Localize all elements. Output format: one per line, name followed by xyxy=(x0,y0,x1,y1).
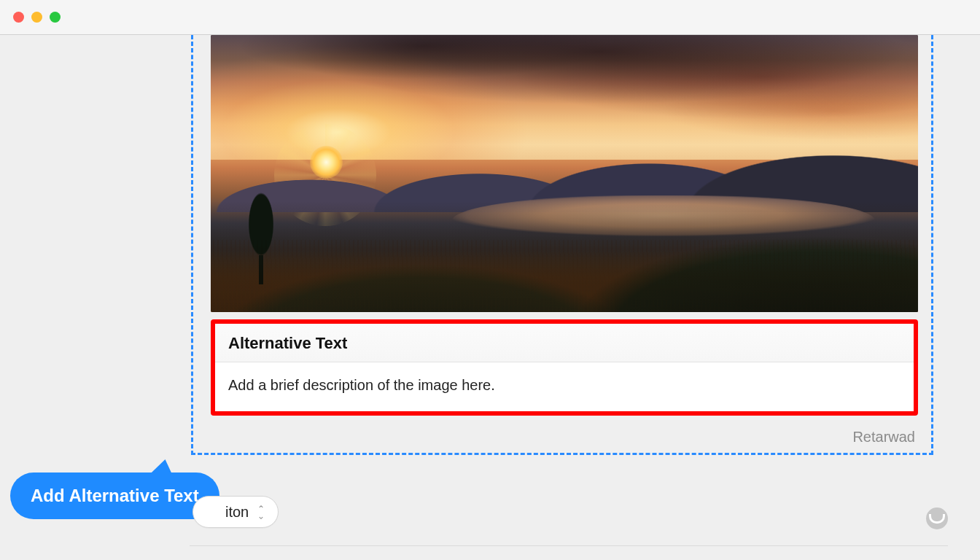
window-titlebar xyxy=(0,0,980,35)
tutorial-callout-label: Add Alternative Text xyxy=(31,486,199,505)
window-zoom-button[interactable] xyxy=(50,12,61,23)
chevron-up-down-icon: ⌃⌃ xyxy=(257,506,265,518)
selected-image[interactable] xyxy=(211,35,918,312)
secondary-pill-button[interactable]: iton ⌃⌃ xyxy=(192,496,279,528)
window-minimize-button[interactable] xyxy=(31,12,42,23)
section-divider xyxy=(190,545,948,546)
editor-workspace: Alternative Text Add a brief description… xyxy=(0,35,980,560)
image-selection-frame[interactable]: Alternative Text Add a brief description… xyxy=(191,35,933,455)
app-logo-icon xyxy=(926,508,948,529)
alt-text-panel: Alternative Text Add a brief description… xyxy=(211,319,918,416)
alt-text-panel-title: Alternative Text xyxy=(215,324,914,362)
image-credit-label: Retarwad xyxy=(852,429,915,446)
alt-text-input[interactable]: Add a brief description of the image her… xyxy=(215,362,914,411)
tutorial-callout: Add Alternative Text xyxy=(10,472,219,519)
secondary-pill-button-label: iton xyxy=(225,504,249,521)
callout-tail-icon xyxy=(144,459,184,480)
window-close-button[interactable] xyxy=(13,12,24,23)
